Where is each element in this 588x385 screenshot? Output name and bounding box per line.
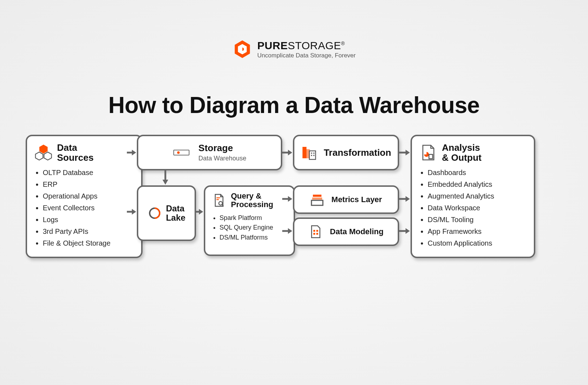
sources-list: OLTP Database ERP Operational Apps Event… [35, 167, 133, 249]
arrow-icon [282, 149, 293, 156]
arrow-icon [127, 149, 137, 156]
list-item: Event Collectors [43, 202, 133, 214]
arrow-icon [399, 227, 411, 235]
ring-icon [148, 206, 162, 220]
brand-registered: ® [341, 41, 345, 46]
cubes-icon [35, 144, 52, 161]
brand-tagline: Uncomplicate Data Storage, Forever [257, 52, 356, 59]
svg-rect-15 [313, 195, 321, 197]
stage-data-lake: Data Lake [137, 185, 196, 241]
arrow-down-icon [162, 170, 169, 185]
list-item: App Frameworks [428, 226, 526, 237]
report-icon [420, 144, 437, 161]
arrow-icon [399, 149, 411, 156]
arrow-icon [127, 208, 137, 215]
arrow-icon [282, 227, 293, 235]
brand-logo: PURESTORAGE® Uncomplicate Data Storage, … [0, 39, 588, 59]
brand-name-thin: STORAGE [288, 40, 341, 51]
list-item: SQL Query Engine [220, 223, 287, 233]
doc-model-icon [309, 225, 323, 239]
svg-rect-3 [303, 147, 306, 158]
stage-title: Storage [198, 143, 246, 153]
svg-rect-18 [313, 230, 315, 232]
svg-rect-20 [313, 233, 315, 235]
list-item: Augmented Analytics [428, 190, 526, 202]
list-item: OLTP Database [43, 167, 133, 179]
brand-mark-icon [232, 39, 252, 59]
list-item: Data Workspace [428, 202, 526, 214]
stage-title: Data Sources [57, 143, 94, 163]
svg-rect-5 [309, 151, 316, 159]
list-item: 3rd Party APIs [43, 226, 133, 237]
stage-analysis-output: Analysis & Output Dashboards Embedded An… [411, 135, 535, 258]
svg-rect-16 [312, 197, 322, 200]
buildings-icon [301, 144, 318, 161]
storage-device-icon [173, 144, 190, 161]
output-list: Dashboards Embedded Analytics Augmented … [420, 167, 526, 249]
stage-storage: Storage Data Warehouse [137, 135, 282, 170]
svg-rect-1 [174, 150, 189, 155]
svg-rect-19 [316, 230, 318, 232]
svg-point-2 [177, 151, 180, 154]
stage-title: Data Modeling [330, 227, 383, 236]
list-item: Spark Platform [220, 213, 287, 223]
stage-data-modeling: Data Modeling [293, 217, 399, 246]
list-item: Operational Apps [43, 190, 133, 202]
svg-rect-11 [216, 197, 220, 198]
stage-title: Analysis & Output [442, 143, 481, 163]
layers-icon [310, 192, 324, 207]
arrow-icon [399, 195, 411, 202]
stage-title: Data Lake [166, 204, 186, 222]
page-title: How to Diagram a Data Warehouse [0, 92, 588, 118]
doc-search-icon [212, 193, 226, 207]
list-item: DS/ML Tooling [428, 214, 526, 226]
brand-name-bold: PURE [257, 40, 288, 51]
svg-rect-17 [311, 200, 323, 205]
list-item: DS/ML Platforms [220, 233, 287, 243]
diagram-canvas: Data Sources OLTP Database ERP Operation… [26, 135, 562, 249]
stage-title: Query & Processing [231, 192, 273, 209]
list-item: File & Object Storage [43, 237, 133, 249]
svg-rect-7 [314, 153, 315, 154]
svg-rect-9 [314, 155, 315, 156]
query-list: Spark Platform SQL Query Engine DS/ML Pl… [212, 213, 287, 243]
list-item: Dashboards [428, 167, 526, 179]
list-item: Custom Applications [428, 237, 526, 249]
svg-rect-21 [316, 233, 318, 235]
stage-metrics-layer: Metrics Layer [293, 185, 399, 214]
stage-title: Metrics Layer [331, 195, 382, 204]
stage-data-sources: Data Sources OLTP Database ERP Operation… [26, 135, 143, 258]
svg-rect-8 [311, 155, 312, 156]
arrow-icon [282, 195, 293, 202]
stage-query-processing: Query & Processing Spark Platform SQL Qu… [204, 185, 295, 256]
list-item: Logs [43, 214, 133, 226]
svg-rect-12 [216, 199, 219, 200]
list-item: Embedded Analytics [428, 179, 526, 190]
stage-transformation: Transformation [293, 135, 399, 170]
stage-title: Transformation [324, 148, 391, 158]
arrow-icon [196, 208, 204, 215]
stage-subtitle: Data Warehouse [198, 155, 246, 162]
svg-rect-22 [429, 154, 433, 159]
svg-rect-6 [311, 153, 312, 154]
list-item: ERP [43, 179, 133, 190]
